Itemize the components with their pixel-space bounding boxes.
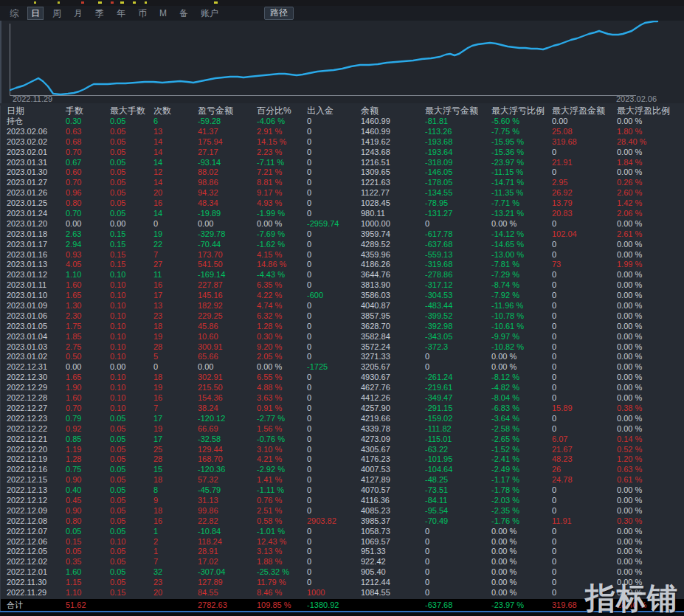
- cell: -113.26: [425, 127, 491, 137]
- cell: 0.00 %: [491, 588, 552, 598]
- cell: 0.05: [66, 547, 110, 557]
- path-button[interactable]: 路径: [264, 7, 294, 20]
- table-row[interactable]: 2022.12.150.900.051857.321.41 %04127.89-…: [1, 475, 684, 485]
- cell: -8.12 %: [491, 373, 552, 383]
- table-row[interactable]: 2022.12.090.900.051899.862.51 %04085.23-…: [1, 506, 684, 516]
- tab-账户[interactable]: 账户: [198, 7, 221, 19]
- table-row[interactable]: 2023.01.062.300.1023229.256.32 %03857.95…: [1, 311, 684, 322]
- position-row[interactable]: 持仓0.300.056-59.28-4.06 %01460.99-81.81-5…: [1, 117, 684, 127]
- table-row[interactable]: 2022.12.080.800.051622.820.58 %2903.8239…: [1, 516, 684, 527]
- table-row[interactable]: 2023.01.160.930.157173.704.15 %04359.96-…: [1, 250, 684, 260]
- table-row[interactable]: 2023.01.032.750.1028300.919.20 %03572.24…: [1, 342, 684, 353]
- table-row[interactable]: 2023.01.270.700.051498.868.81 %01221.63-…: [1, 178, 684, 188]
- cell: -2.35 %: [491, 506, 552, 516]
- table-row[interactable]: 2023.01.182.630.1519-329.78-7.69 %03959.…: [1, 229, 684, 240]
- table-row[interactable]: 2023.01.101.650.1017145.164.22 %-6003586…: [1, 291, 684, 301]
- cell: 0: [307, 148, 361, 158]
- cell: 7: [153, 250, 198, 260]
- tab-日[interactable]: 日: [28, 7, 43, 19]
- table-row[interactable]: 2023.01.111.600.1016227.876.35 %03813.90…: [1, 280, 684, 291]
- cell: 57.32: [198, 475, 257, 485]
- table-row[interactable]: 2023.02.020.680.0514175.9414.15 %01419.6…: [1, 137, 684, 148]
- table-row[interactable]: 2022.12.270.700.10738.240.91 %04257.90-2…: [1, 404, 684, 414]
- table-row[interactable]: 2022.12.230.790.0517-120.12-2.77 %04219.…: [1, 414, 684, 424]
- table-row[interactable]: 2022.12.301.650.1018302.916.55 %04930.67…: [1, 373, 684, 383]
- cell: -319.68: [425, 260, 491, 270]
- cell: 0.70: [66, 404, 110, 414]
- cell: 0: [307, 229, 361, 240]
- column-header-6: 出入金: [307, 105, 361, 117]
- table-row[interactable]: 2022.11.301.150.0523127.8911.79 %01212.4…: [1, 578, 684, 588]
- cell: 2023.01.02: [7, 352, 66, 362]
- tab-年[interactable]: 年: [114, 7, 128, 19]
- cell: -2.77 %: [257, 414, 307, 424]
- table-row[interactable]: 2023.01.260.960.052094.329.17 %01122.77-…: [1, 188, 684, 198]
- tab-币[interactable]: 币: [135, 7, 150, 19]
- cell: 2023.01.26: [7, 188, 66, 198]
- cell: 1460.99: [361, 127, 425, 137]
- table-row[interactable]: 2022.12.120.450.05931.130.76 %04116.36-8…: [1, 496, 684, 506]
- table-row[interactable]: 2022.12.191.280.0528168.704.21 %04176.23…: [1, 454, 684, 465]
- table-row[interactable]: 2023.01.310.670.0514-93.14-7.11 %01216.5…: [1, 158, 684, 168]
- chart-start-date-label: 2022.11.29: [13, 94, 52, 103]
- table-row[interactable]: 2022.12.070.050.051-10.84-1.01 %01058.73…: [1, 527, 684, 537]
- table-row[interactable]: 2022.12.130.400.058-45.79-1.11 %04070.57…: [1, 485, 684, 496]
- table-row[interactable]: 2022.12.050.050.05128.913.13 %0951.3300.…: [1, 547, 684, 557]
- cell: 41.37: [198, 127, 257, 137]
- table-row[interactable]: 2023.01.134.050.1527541.5014.86 %04186.2…: [1, 260, 684, 270]
- table-row[interactable]: 2023.01.020.500.10565.662.05 %03271.3300…: [1, 352, 684, 362]
- cell: 0: [552, 219, 617, 229]
- table-row[interactable]: 2022.11.291.100.152084.558.46 %10001084.…: [1, 588, 684, 598]
- cell: 129.44: [198, 445, 257, 455]
- cell: 0: [552, 424, 617, 435]
- table-row[interactable]: 2022.12.210.850.0517-32.58-0.76 %04273.0…: [1, 435, 684, 445]
- cell: 1: [153, 527, 198, 537]
- cell: 1.80 %: [617, 127, 684, 137]
- cell: -101.95: [425, 454, 491, 465]
- table-row[interactable]: 2023.01.051.750.101845.861.28 %03628.70-…: [1, 322, 684, 332]
- tab-综[interactable]: 综: [7, 7, 21, 19]
- cell: 0.10: [110, 393, 153, 404]
- cell: 0: [552, 322, 617, 332]
- cell: 4.74 %: [257, 301, 307, 311]
- table-row[interactable]: 2023.01.200.000.0000.000.00 %-2959.74100…: [1, 219, 684, 229]
- table-row[interactable]: 2022.12.220.920.051966.691.56 %04339.78-…: [1, 424, 684, 435]
- tab-备[interactable]: 备: [176, 7, 191, 19]
- table-row[interactable]: 2022.12.060.150.102118.2412.43 %01069.57…: [1, 537, 684, 547]
- table-row[interactable]: 2023.01.300.600.051288.027.21 %01309.65-…: [1, 167, 684, 178]
- cell: 14: [153, 137, 198, 148]
- cell: 1.60: [66, 393, 110, 404]
- table-row[interactable]: 2023.02.060.630.051341.372.91 %01460.99-…: [1, 127, 684, 137]
- cell: 0: [307, 578, 361, 588]
- tab-月[interactable]: 月: [71, 7, 86, 19]
- table-row[interactable]: 2022.12.160.750.0515-120.36-2.92 %04007.…: [1, 465, 684, 475]
- tab-季[interactable]: 季: [92, 7, 107, 19]
- cell: -19.89: [198, 209, 257, 219]
- cell: 2022.12.06: [7, 537, 66, 547]
- table-row[interactable]: 2023.01.250.800.051648.344.93 %01028.45-…: [1, 198, 684, 209]
- cell: 0: [307, 260, 361, 270]
- table-row[interactable]: 2022.12.281.600.1016154.363.63 %04412.26…: [1, 393, 684, 404]
- table-row[interactable]: 2023.01.172.940.1522-70.44-1.62 %04289.5…: [1, 240, 684, 250]
- table-row[interactable]: 2022.12.291.900.1019215.504.88 %04627.76…: [1, 383, 684, 393]
- tab-M[interactable]: M: [156, 7, 170, 19]
- table-row[interactable]: 2023.01.121.100.1011-169.14-4.43 %03644.…: [1, 270, 684, 280]
- tab-周[interactable]: 周: [49, 7, 64, 19]
- cell: 1.60: [66, 567, 110, 578]
- table-row[interactable]: 2022.12.011.600.0532-307.04-25.32 %0905.…: [1, 567, 684, 578]
- table-row[interactable]: 2023.02.010.700.051427.172.23 %01243.68-…: [1, 148, 684, 158]
- table-row[interactable]: 2023.01.091.300.1013182.924.74 %04040.87…: [1, 301, 684, 311]
- cell: 0.30 %: [257, 332, 307, 342]
- table-row[interactable]: 2022.12.310.000.0000.000.00 %-17253205.6…: [1, 362, 684, 373]
- cell: 16: [153, 280, 198, 291]
- cell: -178.05: [425, 178, 491, 188]
- cell: 25: [153, 445, 198, 455]
- table-row[interactable]: 2022.12.201.190.0525129.443.10 %04305.67…: [1, 445, 684, 455]
- total-row[interactable]: 合计51.622782.63109.85 %-1380.92-637.68-23…: [1, 599, 684, 612]
- table-row[interactable]: 2023.01.041.850.101910.600.30 %03582.84-…: [1, 332, 684, 342]
- column-header-10: 最大浮盈金额: [552, 105, 617, 117]
- cell: 18: [153, 475, 198, 485]
- cell: 19: [153, 332, 198, 342]
- table-row[interactable]: 2023.01.240.700.0514-19.89-1.99 %0980.11…: [1, 209, 684, 219]
- table-row[interactable]: 2022.12.020.350.05717.021.88 %0922.4200.…: [1, 557, 684, 567]
